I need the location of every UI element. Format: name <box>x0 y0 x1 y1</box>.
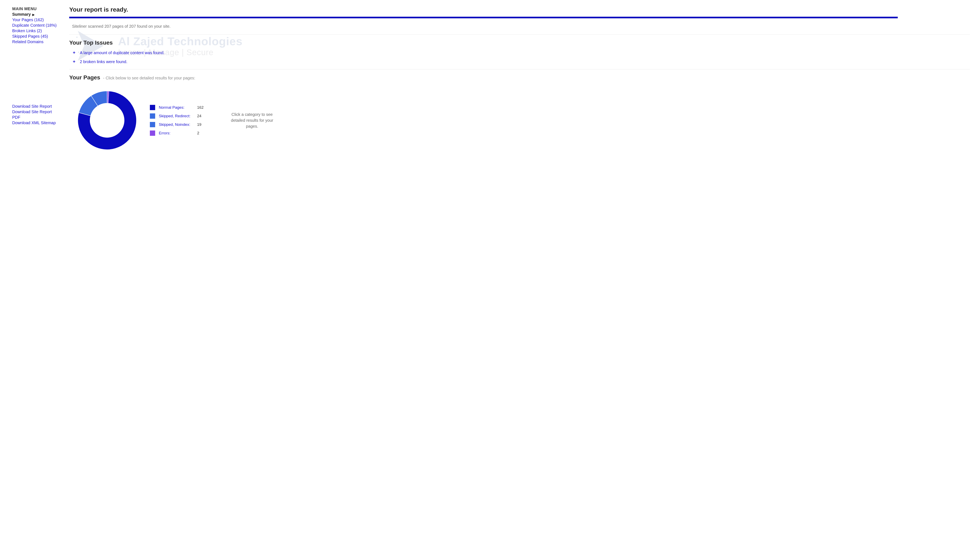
legend-value: 24 <box>197 114 205 118</box>
legend-swatch <box>150 113 155 119</box>
legend-item[interactable]: Skipped, Redirect:24 <box>150 113 205 119</box>
sidebar-item-related-domains[interactable]: Related Domains <box>12 39 57 44</box>
issues-list: + A large amount of duplicate content wa… <box>73 50 970 64</box>
legend-label: Normal Pages: <box>159 105 193 110</box>
issue-text: A large amount of duplicate content was … <box>80 51 164 55</box>
main: Your report is ready. Siteliner scanned … <box>69 6 970 151</box>
issue-item[interactable]: + A large amount of duplicate content wa… <box>73 50 970 56</box>
plus-icon: + <box>73 59 76 64</box>
divider-heavy <box>69 17 898 18</box>
legend-swatch <box>150 130 155 136</box>
sidebar-item-summary[interactable]: Summary ▶ <box>12 12 57 17</box>
report-title: Your report is ready. <box>69 6 970 13</box>
plus-icon: + <box>73 50 76 56</box>
sidebar-item-skipped-pages[interactable]: Skipped Pages (45) <box>12 33 57 39</box>
legend-label: Skipped, Noindex: <box>159 122 193 127</box>
your-pages-subtext: -Click below to see detailed results for… <box>103 76 195 80</box>
legend-item[interactable]: Normal Pages:162 <box>150 105 205 110</box>
legend-value: 19 <box>197 122 205 127</box>
legend-value: 2 <box>197 131 205 135</box>
sidebar: MAIN MENU Summary ▶ Your Pages (162) Dup… <box>12 6 57 151</box>
chart-hint: Click a category to see detailed results… <box>226 111 278 129</box>
sidebar-item-duplicate[interactable]: Duplicate Content (18%) <box>12 22 57 28</box>
issue-text: 2 broken links were found. <box>80 59 127 64</box>
legend-label: Errors: <box>159 131 193 135</box>
sidebar-item-broken-links[interactable]: Broken Links (2) <box>12 28 57 33</box>
download-site-report-pdf[interactable]: Download Site Report PDF <box>12 109 57 120</box>
top-issues-heading: Your Top Issues <box>69 40 970 46</box>
sidebar-item-your-pages[interactable]: Your Pages (162) <box>12 17 57 22</box>
legend-swatch <box>150 105 155 110</box>
your-pages-heading: Your Pages <box>69 74 100 81</box>
divider-light <box>69 69 970 70</box>
divider-light <box>69 34 970 35</box>
sidebar-item-label: Summary <box>12 12 31 16</box>
issue-item[interactable]: + 2 broken links were found. <box>73 59 970 64</box>
pages-donut-chart[interactable] <box>76 90 138 151</box>
scan-summary: Siteliner scanned 207 pages of 207 found… <box>72 24 970 29</box>
download-site-report[interactable]: Download Site Report <box>12 103 57 109</box>
caret-right-icon: ▶ <box>32 13 35 16</box>
legend-swatch <box>150 122 155 127</box>
menu-title: MAIN MENU <box>12 6 57 12</box>
legend-label: Skipped, Redirect: <box>159 114 193 118</box>
legend-item[interactable]: Errors:2 <box>150 130 205 136</box>
chart-legend: Normal Pages:162Skipped, Redirect:24Skip… <box>150 105 205 136</box>
legend-item[interactable]: Skipped, Noindex:19 <box>150 122 205 127</box>
download-xml-sitemap[interactable]: Download XML Sitemap <box>12 120 57 126</box>
legend-value: 162 <box>197 105 205 110</box>
